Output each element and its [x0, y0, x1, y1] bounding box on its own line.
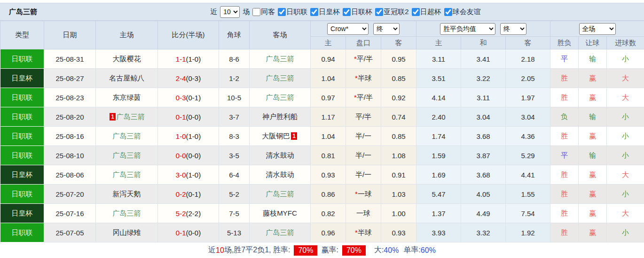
- odds-time-select[interactable]: 终: [373, 23, 400, 35]
- recent-count-select[interactable]: 10: [220, 6, 240, 18]
- summary-bar: 近10场,胜7平2负1, 胜率: 70% 赢率: 70% 大:40% 单率:60…: [0, 242, 644, 258]
- home-team-cell: 广岛三箭: [96, 127, 158, 146]
- red-card-badge: 1: [110, 113, 116, 121]
- away-team-name: 神户胜利船: [262, 113, 298, 121]
- sub-header-goals-result: 进球数: [607, 37, 644, 49]
- halftime-score: (2-2): [186, 210, 201, 218]
- home-odds-cell: 1.17: [311, 107, 346, 127]
- competition-filter: 球会友谊: [441, 8, 481, 16]
- halftime-score: (0-1): [186, 190, 201, 198]
- scope-select[interactable]: 全场: [579, 23, 616, 35]
- competition-checkbox[interactable]: [444, 8, 452, 16]
- avg-draw-cell: 3.22: [461, 69, 506, 88]
- sub-header-handicap: 盘口: [346, 37, 381, 49]
- home-team-name: 冈山绿雉: [113, 228, 141, 236]
- matches-label: 场: [243, 8, 250, 16]
- competition-filter: 日联杯: [340, 8, 372, 16]
- home-team-name: 广岛三箭: [113, 132, 141, 140]
- home-team-cell: 名古屋鲸八: [96, 69, 158, 88]
- halftime-score: (0-0): [186, 229, 201, 237]
- competition-checkbox[interactable]: [278, 8, 286, 16]
- home-odds-cell: 0.93: [311, 165, 346, 185]
- avg-type-select[interactable]: 胜平负均值: [440, 23, 495, 35]
- avg-away-cell: 1.97: [506, 88, 550, 107]
- away-team-cell: 清水鼓动: [250, 146, 311, 165]
- handicap-result-cell: 赢: [579, 204, 607, 223]
- same-venue-checkbox[interactable]: [252, 8, 260, 16]
- away-team-name: 广岛三箭: [266, 190, 294, 198]
- league-type-cell: 日皇杯: [0, 165, 44, 185]
- match-row: 日职联25-08-23东京绿茵0-3(0-1)10-5广岛三箭0.97*平/半0…: [0, 88, 644, 107]
- odds-company-select[interactable]: Crow*: [327, 23, 369, 35]
- handicap-result-cell: 输: [579, 107, 607, 127]
- summary-recent-count: 10: [216, 246, 224, 255]
- avg-away-cell: 5.29: [506, 146, 550, 165]
- competition-checkbox[interactable]: [375, 8, 383, 16]
- score-cell: 3-0(1-0): [158, 165, 219, 185]
- league-type-cell: 日职联: [0, 88, 44, 107]
- recent-label: 近: [210, 8, 217, 16]
- handicap-cell: *平/半: [346, 49, 381, 69]
- away-odds-cell: 0.95: [381, 49, 416, 69]
- avg-home-cell: 5.47: [416, 185, 461, 204]
- avg-draw-cell: 4.05: [461, 185, 506, 204]
- goals-result-cell: 大: [607, 165, 644, 185]
- avg-away-cell: 7.54: [506, 204, 550, 223]
- score-cell: 0-1(0-0): [158, 107, 219, 127]
- corner-cell: 1-2: [219, 69, 250, 88]
- col-header-date: 日期: [44, 21, 96, 49]
- away-team-name: 大阪钢巴: [262, 132, 290, 140]
- handicap-cell: 半/一: [346, 127, 381, 146]
- home-team-name: 大阪樱花: [113, 55, 141, 63]
- competition-checkbox[interactable]: [412, 8, 420, 16]
- avg-away-cell: 1.55: [506, 185, 550, 204]
- home-odds-cell: 0.97: [311, 88, 346, 107]
- halftime-score: (1-0): [186, 132, 201, 140]
- avg-home-cell: 2.40: [416, 107, 461, 127]
- fulltime-score: 2-4: [176, 74, 186, 82]
- avg-time-select[interactable]: 终: [500, 23, 526, 35]
- competition-label: 日联杯: [351, 8, 372, 16]
- away-team-cell: 广岛三箭: [250, 69, 311, 88]
- home-team-cell: 广岛三箭: [96, 165, 158, 185]
- handicap-cell: 半/一: [346, 146, 381, 165]
- fulltime-score: 0-0: [176, 152, 186, 160]
- corner-cell: 8-6: [219, 49, 250, 69]
- home-team-name: 广岛三箭: [117, 113, 145, 121]
- home-team-cell: 大阪樱花: [96, 49, 158, 69]
- sub-header-avg-draw: 和: [461, 37, 506, 49]
- corner-cell: 5-13: [219, 223, 250, 242]
- handicap-result-cell: 输: [579, 49, 607, 69]
- handicap-result-cell: 赢: [579, 223, 607, 242]
- competition-checkbox[interactable]: [310, 8, 318, 16]
- sub-header-avg-home: 主: [416, 37, 461, 49]
- sub-header-avg-away: 客: [506, 37, 550, 49]
- single-rate-value: 60%: [421, 246, 436, 255]
- home-odds-cell: 1.04: [311, 69, 346, 88]
- over-rate-label: 大:: [374, 245, 384, 255]
- fulltime-score: 0-2: [176, 190, 186, 198]
- sub-header-result: 胜负: [550, 37, 579, 49]
- avg-home-cell: 3.11: [416, 49, 461, 69]
- away-team-cell: 广岛三箭: [250, 223, 311, 242]
- competition-checkbox[interactable]: [343, 8, 351, 16]
- page-title: 广岛三箭: [9, 8, 37, 16]
- summary-recent-label: 近: [208, 245, 216, 255]
- match-row: 日职联25-07-20新泻天鹅0-2(0-1)5-2广岛三箭0.86*一球1.0…: [0, 185, 644, 204]
- date-cell: 25-08-27: [44, 69, 96, 88]
- corner-cell: 3-5: [219, 146, 250, 165]
- away-odds-cell: 0.92: [381, 88, 416, 107]
- home-team-name: 东京绿茵: [113, 93, 141, 101]
- away-odds-cell: 1.00: [381, 204, 416, 223]
- competition-label: 球会友谊: [453, 8, 481, 16]
- fulltime-score: 0-1: [176, 113, 186, 121]
- halftime-score: (1-0): [186, 171, 201, 179]
- handicap-rate-label: 赢率:: [321, 245, 338, 255]
- over-rate-value: 40%: [384, 246, 399, 255]
- league-type-cell: 日职联: [0, 185, 44, 204]
- handicap-text: 半/一: [355, 132, 371, 140]
- handicap-cell: *半球: [346, 223, 381, 242]
- match-stats-page: 广岛三箭 近 10 场 同客 日职联日皇杯日联杯亚冠联2日超杯球会友谊 类型 日…: [0, 0, 644, 258]
- date-cell: 25-08-31: [44, 49, 96, 69]
- fulltime-score: 1-0: [176, 132, 186, 140]
